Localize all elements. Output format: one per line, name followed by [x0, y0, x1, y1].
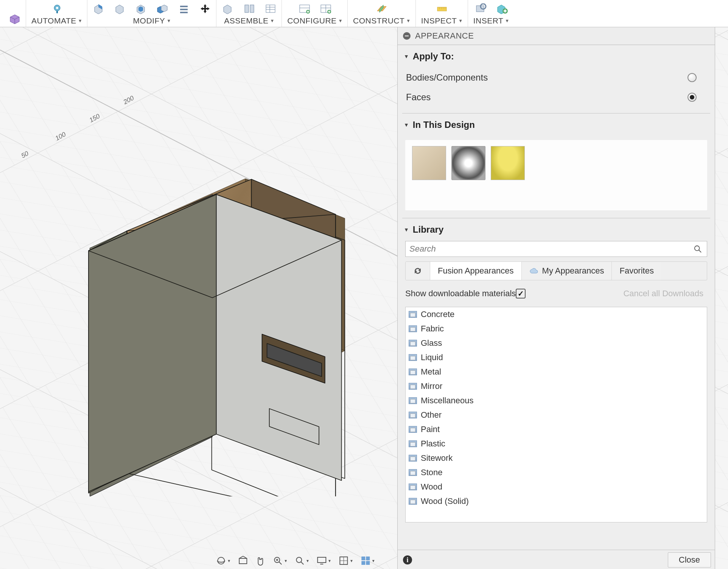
- viewport[interactable]: 50 100 150 200: [0, 27, 728, 569]
- library-category-glass[interactable]: Glass: [406, 336, 707, 350]
- library-category-fabric[interactable]: Fabric: [406, 322, 707, 336]
- plane-icon[interactable]: [375, 3, 388, 14]
- viewport-layout-button[interactable]: ▼: [360, 555, 375, 566]
- measure-icon[interactable]: [436, 3, 448, 14]
- folder-icon: [409, 340, 417, 347]
- cube-purple-icon: [8, 14, 21, 25]
- sync-tab[interactable]: [406, 262, 430, 280]
- material-thumb-steel[interactable]: [451, 146, 485, 180]
- config-table-icon[interactable]: [298, 3, 311, 14]
- in-this-design-header[interactable]: ▼ In This Design: [398, 113, 715, 136]
- library-category-metal[interactable]: Metal: [406, 365, 707, 379]
- group-start: [4, 0, 26, 27]
- joint-icon[interactable]: [243, 3, 256, 14]
- my-tab-label: My Appearances: [542, 266, 604, 276]
- folder-icon: [409, 440, 417, 447]
- library-category-mirror[interactable]: Mirror: [406, 379, 707, 393]
- display-button[interactable]: ▼: [316, 555, 331, 566]
- fit-button[interactable]: ▼: [294, 555, 310, 566]
- faces-label: Faces: [406, 92, 431, 103]
- library-category-miscellaneous[interactable]: Miscellaneous: [406, 393, 707, 408]
- gear-process-icon[interactable]: [51, 3, 64, 14]
- decal-icon[interactable]: [474, 3, 487, 14]
- orbit-button[interactable]: ▼: [216, 555, 231, 566]
- material-thumb-oak[interactable]: [412, 146, 446, 180]
- fillet-icon[interactable]: [114, 3, 127, 14]
- material-thumb-paint[interactable]: [491, 146, 525, 180]
- combine-icon[interactable]: [156, 3, 169, 14]
- cloud-icon: [529, 267, 538, 275]
- modify-label[interactable]: MODIFY ▼: [133, 15, 171, 25]
- inspect-text: INSPECT: [421, 16, 457, 25]
- category-label: Mirror: [421, 381, 442, 391]
- library-category-wood[interactable]: Wood: [406, 480, 707, 494]
- apply-to-section-header[interactable]: ▼ Apply To:: [398, 45, 715, 68]
- panel-header[interactable]: APPEARANCE: [398, 27, 715, 45]
- library-search: [398, 241, 715, 257]
- library-category-plastic[interactable]: Plastic: [406, 437, 707, 451]
- press-pull-icon[interactable]: [93, 3, 106, 14]
- category-label: Wood: [421, 482, 442, 492]
- construct-text: CONSTRUCT: [353, 16, 404, 25]
- show-downloadable-row: Show downloadable materials Cancel all D…: [398, 280, 715, 304]
- look-at-button[interactable]: [238, 555, 248, 566]
- shell-icon[interactable]: [135, 3, 148, 14]
- in-this-design-label: In This Design: [413, 120, 475, 130]
- svg-rect-91: [317, 557, 326, 563]
- panel-footer: i Close: [398, 550, 715, 569]
- search-icon[interactable]: [694, 245, 702, 253]
- library-category-sitework[interactable]: Sitework: [406, 451, 707, 465]
- faces-radio[interactable]: [688, 93, 697, 102]
- configure-label[interactable]: CONFIGURE ▼: [287, 15, 343, 25]
- automate-label[interactable]: AUTOMATE ▼: [31, 15, 82, 25]
- configure-text: CONFIGURE: [287, 16, 337, 25]
- align-icon[interactable]: [177, 3, 190, 14]
- assemble-label[interactable]: ASSEMBLE ▼: [224, 15, 275, 25]
- model-box[interactable]: [68, 179, 363, 496]
- theme-table-icon[interactable]: [319, 3, 332, 14]
- library-category-wood-solid-[interactable]: Wood (Solid): [406, 494, 707, 508]
- library-tabs: Fusion Appearances My Appearances Favori…: [405, 261, 707, 280]
- library-tree[interactable]: ConcreteFabricGlassLiquidMetalMirrorMisc…: [405, 307, 707, 522]
- favorites-tab-label: Favorites: [619, 266, 653, 276]
- top-toolbar: AUTOMATE ▼ MODIFY ▼ ASSEMBLE ▼: [0, 0, 728, 27]
- group-modify: MODIFY ▼: [88, 0, 216, 27]
- my-appearances-tab[interactable]: My Appearances: [522, 262, 612, 280]
- folder-icon: [409, 354, 417, 361]
- move-icon[interactable]: [199, 3, 212, 14]
- construct-label[interactable]: CONSTRUCT ▼: [353, 15, 411, 25]
- cancel-downloads-link[interactable]: Cancel all Downloads: [623, 289, 703, 298]
- bodies-radio[interactable]: [688, 73, 697, 82]
- inspect-label[interactable]: INSPECT ▼: [421, 15, 463, 25]
- svg-rect-13: [180, 9, 188, 10]
- library-header[interactable]: ▼ Library: [398, 218, 715, 241]
- automate-text: AUTOMATE: [31, 16, 76, 25]
- library-category-liquid[interactable]: Liquid: [406, 350, 707, 365]
- info-icon[interactable]: i: [403, 555, 412, 564]
- grid-display-button[interactable]: ▼: [338, 555, 353, 566]
- insert-component-icon[interactable]: [496, 3, 509, 14]
- favorites-tab[interactable]: Favorites: [612, 262, 661, 280]
- collapse-icon[interactable]: [403, 32, 411, 40]
- apply-to-faces-row[interactable]: Faces: [406, 87, 715, 107]
- category-label: Stone: [421, 468, 443, 477]
- library-category-stone[interactable]: Stone: [406, 465, 707, 480]
- show-downloadable-checkbox[interactable]: [516, 289, 526, 298]
- bom-icon[interactable]: [264, 3, 277, 14]
- library-category-concrete[interactable]: Concrete: [406, 307, 707, 322]
- fusion-appearances-tab[interactable]: Fusion Appearances: [430, 262, 522, 280]
- category-label: Metal: [421, 367, 441, 377]
- insert-label[interactable]: INSERT ▼: [473, 15, 510, 25]
- search-input[interactable]: [405, 241, 707, 257]
- library-category-other[interactable]: Other: [406, 408, 707, 422]
- svg-line-101: [699, 250, 701, 252]
- apply-to-bodies-row[interactable]: Bodies/Components: [406, 68, 715, 87]
- close-button[interactable]: Close: [668, 552, 711, 567]
- component-icon[interactable]: [222, 3, 235, 14]
- folder-icon: [409, 469, 417, 476]
- library-category-paint[interactable]: Paint: [406, 422, 707, 437]
- bodies-label: Bodies/Components: [406, 72, 488, 83]
- svg-line-86: [279, 562, 282, 564]
- zoom-button[interactable]: ▼: [272, 555, 288, 566]
- pan-button[interactable]: [255, 555, 266, 566]
